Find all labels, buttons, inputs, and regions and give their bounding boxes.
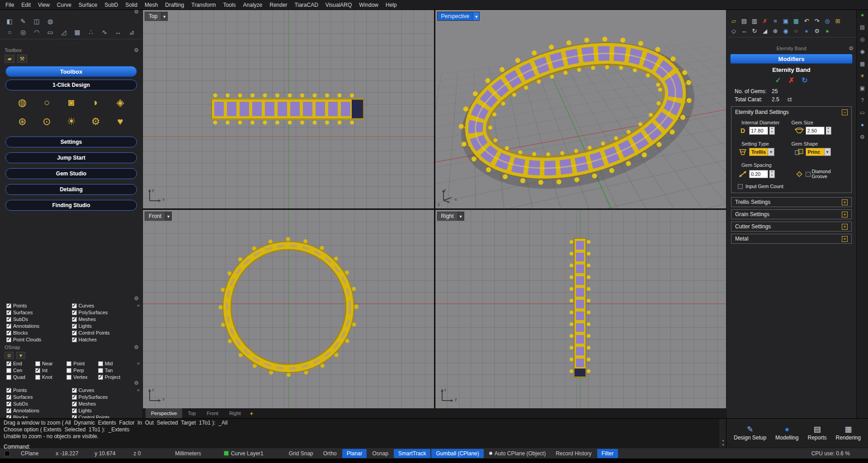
rendering-panel-icon[interactable]: ▦ [860,61,865,67]
checkbox[interactable] [72,303,77,308]
panel-drag-handle[interactable]: · · · · [0,41,142,47]
gem-size-stepper[interactable]: ▲▼ [826,127,831,135]
selection-filter-checkbox[interactable]: Blocks [6,330,70,335]
statusbar-toggle[interactable]: Grid Snap [284,449,318,458]
gem-spacing-stepper[interactable]: ▲▼ [769,170,775,178]
notes-panel-icon[interactable]: ▭ [860,109,865,116]
toolbar-options-gear-icon[interactable]: ⚙ [134,10,139,14]
studio-nav-button[interactable]: Finding Studio [5,200,137,211]
checkbox[interactable] [6,361,11,366]
menu-item[interactable]: View [34,1,53,9]
checkbox[interactable] [6,324,11,329]
sun-panel-icon[interactable]: ☀ [860,73,865,79]
checkbox[interactable] [72,324,77,329]
filter-funnel-icon[interactable]: ▼ [16,352,25,359]
refresh-icon[interactable]: ↻ [802,76,807,85]
apply-check-icon[interactable]: ✓ [775,76,781,85]
points-tool-icon[interactable]: ∴ [87,28,95,36]
web-panel-icon[interactable]: ● [861,122,864,128]
selection-filter-checkbox[interactable]: PolySurfaces [72,310,136,315]
menu-item[interactable]: SubD [101,1,122,9]
osnap-checkbox[interactable]: Point [66,361,96,366]
internal-diameter-stepper[interactable]: ▲▼ [769,127,775,135]
menu-item[interactable]: Render [266,1,291,9]
settings-section[interactable]: Trellis Settings + [731,197,852,207]
studio-nav-button[interactable]: Jump Start [5,152,137,163]
scale-icon[interactable]: ◢ [761,27,769,34]
right-toolbar-drag-handle[interactable]: · · · · [726,10,856,16]
selection-filter-checkbox[interactable]: Lights [72,408,136,413]
checkbox[interactable] [6,375,11,380]
viewport-tab[interactable]: Right [224,408,246,418]
selection-filter-checkbox[interactable]: Points [6,303,70,308]
plain-band-icon[interactable]: ○ [35,94,58,112]
viewport-menu-arrow-icon[interactable]: ▾ [473,12,479,20]
settings-section[interactable]: Grain Settings + [731,209,852,219]
checkbox[interactable] [35,375,40,380]
checkbox[interactable] [6,395,11,400]
viewport-title-right[interactable]: Right ▾ [437,212,464,221]
viewport-tab[interactable]: Perspective [146,408,182,418]
lamp-icon[interactable]: ○ [793,27,800,34]
selection-filter-checkbox[interactable]: Blocks [6,415,70,418]
checkbox[interactable] [72,388,77,393]
selection-filter-checkbox[interactable]: Annotations [6,408,70,413]
menu-item[interactable]: Solid [122,1,141,9]
checkbox[interactable] [72,408,77,413]
undo-icon[interactable]: ↶ [803,17,810,24]
heart-gem-icon[interactable]: ♥ [109,113,132,131]
selection-filter-checkbox[interactable]: Point Clouds [6,337,70,342]
libraries-panel-icon[interactable]: ▣ [860,85,865,91]
triangle-tool-icon[interactable]: ◿ [60,28,68,36]
gem-shape-dropdown[interactable]: Princ ▾ [806,148,831,156]
osnap-checkbox[interactable]: Mid [98,361,132,366]
mirror-tool-icon[interactable]: ↔ [114,28,122,36]
cplane-selector[interactable]: CPlane [16,450,43,457]
selection-filter-checkbox[interactable]: Meshes [72,401,136,406]
osnap-checkbox[interactable]: Tan [98,368,132,373]
osnap-checkbox[interactable]: Perp [66,368,96,373]
viewport-top[interactable]: Top ▾ y x [143,10,434,208]
menu-item[interactable]: Mesh [141,1,161,9]
viewport-title-front[interactable]: Front ▾ [145,212,172,221]
command-prompt[interactable]: Command: [4,444,30,450]
selection-filter-checkbox[interactable]: Control Points [72,330,136,335]
collapse-icon[interactable]: − [842,109,848,115]
checkbox[interactable] [6,402,11,406]
open-file-icon[interactable]: ▱ [730,17,737,24]
display-panel-icon[interactable]: ◎ [860,36,864,43]
viewport-menu-arrow-icon[interactable]: ▾ [458,212,464,220]
copy-icon[interactable]: ▣ [782,17,789,24]
oval-gem-icon[interactable]: ⊙ [35,113,58,131]
rectangle-tool-icon[interactable]: ▭ [46,28,54,36]
statusbar-toggle[interactable]: Auto CPlane (Object) [485,449,550,458]
checkbox[interactable] [6,310,11,315]
osnap-checkbox[interactable]: Knot [35,374,65,380]
checkbox[interactable] [72,310,77,315]
selection-filter-gear-icon[interactable]: ⚙ [134,297,139,301]
selection-filter-checkbox[interactable]: Lights [72,323,136,329]
redo-icon[interactable]: ↷ [813,17,821,24]
target-icon[interactable]: ◉ [782,27,789,34]
settings-icon[interactable]: ⚙ [813,27,821,34]
studio-nav-button[interactable]: Settings [5,137,137,147]
checkbox[interactable] [6,337,11,342]
settings-section[interactable]: Metal + [731,234,852,244]
selection-filter-checkbox[interactable]: Hatches [72,337,136,342]
pattern-band-icon[interactable]: ◈ [109,94,132,112]
checkbox[interactable] [72,415,77,419]
paste-icon[interactable]: ▦ [793,17,800,24]
checkbox[interactable] [6,368,11,373]
checkbox[interactable] [66,368,71,373]
viewport-title-top[interactable]: Top ▾ [145,12,168,21]
selection-filter-checkbox[interactable]: Surfaces [6,310,70,315]
menu-item[interactable]: Transform [188,1,219,9]
arc-tool-icon[interactable]: ◠ [33,28,41,36]
design-library-icon[interactable]: ▰ [5,55,14,63]
osnap-checkbox[interactable]: Quad [6,374,33,380]
scroll-down-icon[interactable]: ▼ [722,443,725,446]
print-icon[interactable]: ▥ [751,17,758,24]
dropdown-arrow-icon[interactable]: ▾ [768,148,774,156]
expand-icon[interactable]: + [842,236,848,242]
selection-filter-checkbox[interactable]: Meshes [72,317,136,322]
